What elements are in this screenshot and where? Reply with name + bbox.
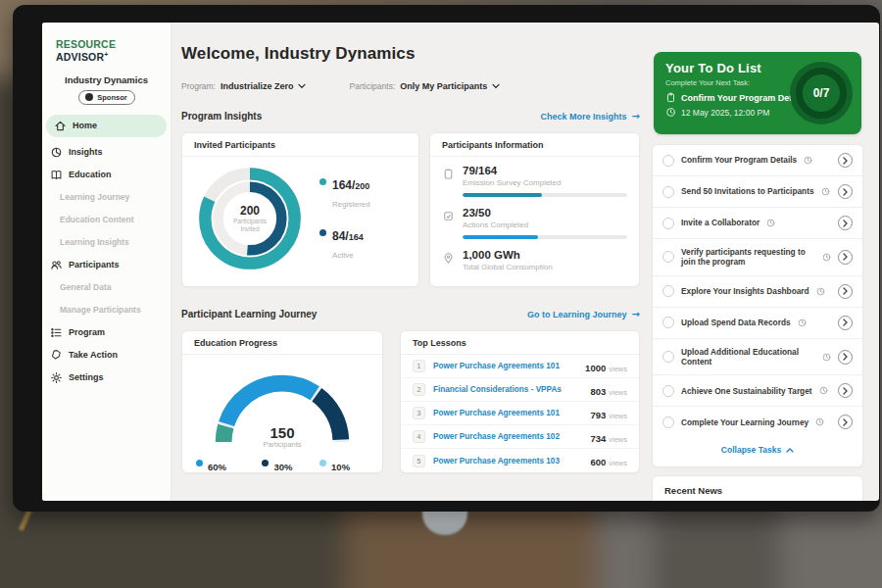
task-row[interactable]: Confirm Your Program Details (653, 145, 862, 176)
clock-icon (815, 417, 824, 426)
clock-icon (766, 219, 775, 227)
sponsor-badge[interactable]: Sponsor (78, 90, 135, 105)
consumption-pin-icon (442, 252, 455, 265)
task-row[interactable]: Upload Additional Educational Content (653, 339, 862, 376)
legend-pending: 30%Pending (262, 457, 301, 473)
legend-active: 84/164Active (319, 226, 370, 262)
lesson-link[interactable]: Power Purchase Agreements 102 (433, 432, 582, 441)
task-open-button[interactable] (838, 350, 853, 365)
rank-badge: 3 (413, 407, 425, 419)
invited-participants-card: Invited Participants 200 Participants In… (181, 132, 419, 287)
education-gauge-chart: 150 Participants (199, 363, 366, 449)
progress-fill (463, 235, 538, 240)
lesson-link[interactable]: Power Purchase Agreements 101 (433, 409, 582, 417)
sidebar-item-manage-participants[interactable]: Manage Participants (42, 299, 171, 321)
lesson-link[interactable]: Power Purchase Agreements 101 (433, 362, 577, 370)
sidebar: RESOURCE ADVISOR+ Industry Dynamics Spon… (42, 23, 172, 501)
clock-icon (665, 107, 676, 118)
clipboard-icon (665, 92, 676, 103)
clock-icon (822, 253, 831, 262)
sidebar-item-participants[interactable]: Participants (42, 254, 171, 276)
sponsor-icon (85, 93, 93, 101)
sidebar-item-education-content[interactable]: Education Content (42, 209, 171, 231)
rank-badge: 1 (413, 360, 425, 372)
go-to-learning-journey-link[interactable]: Go to Learning Journey→ (527, 309, 640, 319)
clock-icon (804, 156, 812, 165)
sidebar-item-education[interactable]: Education (42, 164, 171, 186)
task-checkbox[interactable] (662, 317, 674, 328)
task-open-button[interactable] (838, 250, 853, 265)
task-row[interactable]: Upload Spend Data Records (653, 308, 862, 339)
lesson-row: 5 Power Purchase Agreements 103 600views (401, 449, 639, 472)
sidebar-item-home[interactable]: Home (46, 115, 167, 137)
arrow-right-icon: → (632, 111, 640, 122)
task-checkbox[interactable] (662, 251, 674, 263)
task-open-button[interactable] (838, 316, 853, 330)
task-open-button[interactable] (838, 184, 853, 199)
task-row[interactable]: Explore Your Insights Dashboard (653, 276, 862, 308)
sponsor-label: Sponsor (97, 93, 126, 102)
sidebar-nav: Home Insights Education Learning Journey… (42, 115, 171, 389)
task-checkbox[interactable] (662, 351, 674, 363)
section-title: Program Insights (181, 111, 262, 122)
sidebar-item-learning-journey[interactable]: Learning Journey (42, 186, 171, 209)
todo-summary-panel: Your To Do List Complete Your Next Task:… (654, 52, 861, 134)
progress-fill (463, 193, 542, 198)
check-more-insights-link[interactable]: Check More Insights→ (541, 111, 640, 122)
task-checkbox[interactable] (662, 416, 674, 428)
task-row[interactable]: Complete Your Learning Journey (653, 407, 862, 437)
task-open-button[interactable] (838, 216, 853, 230)
sidebar-item-program[interactable]: Program (42, 321, 171, 344)
participants-select[interactable]: Participants: Only My Participants (349, 81, 500, 91)
task-checkbox[interactable] (662, 186, 674, 198)
program-value: Industrialize Zero (220, 81, 294, 91)
clock-icon (798, 318, 807, 327)
lesson-link[interactable]: Power Purchase Agreements 103 (433, 457, 582, 466)
sidebar-item-settings[interactable]: Settings (42, 367, 171, 389)
todo-progress-value: 0/7 (813, 86, 830, 100)
clock-icon (816, 287, 825, 296)
task-open-button[interactable] (838, 415, 853, 429)
recent-news-card: Recent News (652, 475, 863, 501)
program-icon (50, 326, 63, 339)
task-open-button[interactable] (838, 153, 853, 168)
todo-progress-ring: 0/7 (790, 62, 853, 124)
program-select[interactable]: Program: Industrialize Zero (181, 81, 306, 91)
participants-icon (50, 259, 63, 271)
gauge-center-value: 150 (199, 425, 366, 440)
task-row[interactable]: Verify participants requesting to join t… (653, 239, 862, 276)
not-started-dot-icon (319, 460, 326, 466)
task-checkbox[interactable] (662, 155, 674, 167)
monitor-bezel: RESOURCE ADVISOR+ Industry Dynamics Spon… (13, 5, 880, 512)
filters: Program: Industrialize Zero Participants… (181, 81, 500, 91)
sidebar-item-take-action[interactable]: Take Action (42, 344, 171, 367)
home-icon (54, 120, 67, 132)
legend-registered: 164/200Registered (319, 175, 370, 211)
sidebar-item-general-data[interactable]: General Data (42, 276, 171, 299)
education-progress-card: Education Progress 150 Participants 60%C… (181, 330, 383, 473)
take-action-icon (50, 349, 63, 362)
arrow-right-icon: → (632, 309, 640, 319)
task-row[interactable]: Send 50 Invitations to Participants (653, 176, 862, 208)
sidebar-item-insights[interactable]: Insights (42, 141, 171, 164)
task-checkbox[interactable] (662, 385, 674, 397)
task-open-button[interactable] (838, 383, 853, 398)
actions-icon (442, 210, 455, 222)
task-open-button[interactable] (838, 284, 853, 299)
sidebar-item-learning-insights[interactable]: Learning Insights (42, 231, 171, 254)
completed-dot-icon (196, 460, 203, 466)
settings-icon (50, 371, 63, 384)
active-dot-icon (319, 229, 326, 236)
dashboard-screen: RESOURCE ADVISOR+ Industry Dynamics Spon… (42, 23, 879, 501)
task-checkbox[interactable] (662, 218, 674, 229)
lesson-row: 3 Power Purchase Agreements 101 793views (401, 402, 639, 425)
lesson-link[interactable]: Financial Considerations - VPPAs (433, 385, 582, 394)
education-icon (50, 169, 63, 181)
task-checkbox[interactable] (662, 285, 674, 297)
lesson-row: 2 Financial Considerations - VPPAs 803vi… (401, 378, 639, 402)
task-row[interactable]: Invite a Collaborator (653, 208, 862, 239)
collapse-tasks-link[interactable]: Collapse Tasks (653, 437, 862, 461)
info-row-actions: 23/50 Actions Completed (430, 199, 639, 241)
app-logo: RESOURCE ADVISOR+ (56, 38, 171, 63)
task-row[interactable]: Achieve One Sustainability Target (653, 375, 862, 407)
